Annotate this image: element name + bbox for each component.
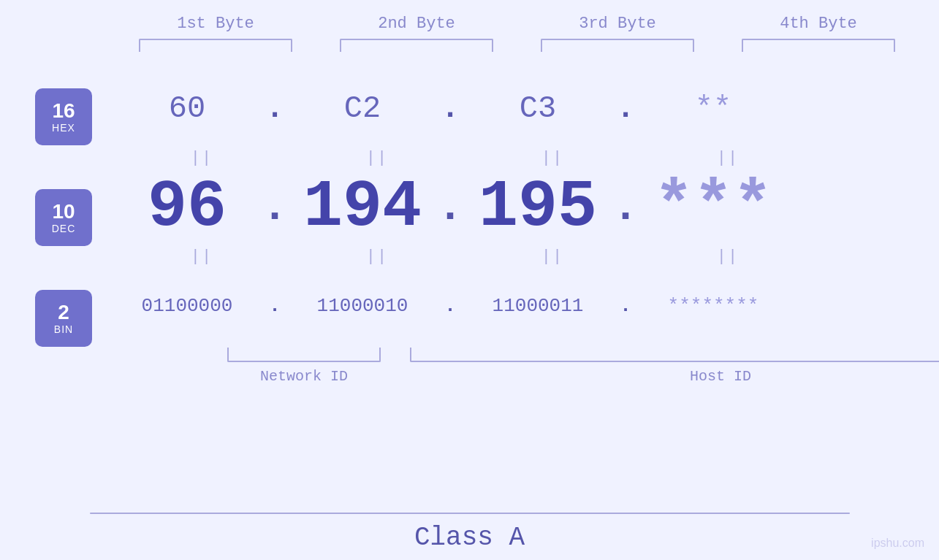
eq-sign-2-2: || [366, 248, 388, 266]
bin-val-4: ******** [640, 295, 786, 317]
bin-val-2: 11000010 [289, 295, 436, 317]
hex-cell-2: C2 . [289, 91, 465, 126]
eq1-1: || [114, 149, 289, 167]
hex-dot-3: . [611, 91, 640, 126]
dec-cell-2: 194 . [289, 170, 465, 245]
equals-row-2: || || || || [114, 242, 939, 271]
dec-val-2: 194 [289, 170, 436, 245]
bin-val-3: 11000011 [465, 295, 611, 317]
dec-dot-2: . [436, 183, 465, 232]
bracket-4 [742, 39, 895, 52]
bin-dot-2: . [436, 295, 465, 317]
badge-dec-number: 10 [52, 201, 75, 223]
bin-cell-1: 01100000 . [114, 295, 289, 317]
eq2-3: || [465, 248, 640, 266]
eq2-2: || [289, 248, 465, 266]
dec-val-4: *** [640, 170, 786, 245]
hex-val-1: 60 [114, 91, 260, 126]
class-row: Class A [0, 513, 939, 560]
badge-dec: 10 DEC [35, 189, 92, 246]
dec-dot-3: . [611, 183, 640, 232]
byte-label-2: 2nd Byte [336, 15, 497, 33]
dec-val-1: 96 [114, 170, 260, 245]
bin-val-1: 01100000 [114, 295, 260, 317]
bracket-2 [340, 39, 493, 52]
hex-cell-1: 60 . [114, 91, 289, 126]
content-area: 16 HEX 10 DEC 2 BIN 60 . C2 [0, 74, 939, 406]
byte-headers: 1st Byte 2nd Byte 3rd Byte 4th Byte [115, 15, 919, 33]
dec-cell-3: 195 . [465, 170, 640, 245]
dec-cell-4: *** [640, 170, 786, 245]
main-container: 1st Byte 2nd Byte 3rd Byte 4th Byte 16 H… [0, 0, 939, 560]
bin-dot-3: . [611, 295, 640, 317]
badge-bin: 2 BIN [35, 290, 92, 347]
network-id-label: Network ID [227, 368, 381, 385]
byte-label-3: 3rd Byte [537, 15, 698, 33]
eq1-4: || [640, 149, 816, 167]
eq-sign-2-4: || [717, 248, 739, 266]
bracket-1 [139, 39, 292, 52]
watermark: ipshu.com [871, 537, 924, 550]
bracket-network [227, 348, 381, 362]
eq-sign-1-3: || [541, 149, 563, 167]
class-label: Class A [414, 523, 525, 553]
class-bracket-line [90, 513, 850, 514]
dec-dot-1: . [260, 183, 289, 232]
hex-dot-2: . [436, 91, 465, 126]
hex-row: 60 . C2 . C3 . ** [114, 74, 939, 143]
eq-sign-1-1: || [191, 149, 213, 167]
dec-row: 96 . 194 . 195 . *** [114, 172, 939, 242]
eq2-1: || [114, 248, 289, 266]
bin-cell-4: ******** [640, 295, 786, 317]
hex-cell-4: ** [640, 91, 786, 126]
top-brackets [115, 39, 919, 52]
bin-cell-2: 11000010 . [289, 295, 465, 317]
badge-hex: 16 HEX [35, 88, 92, 145]
badge-bin-label: BIN [54, 323, 73, 335]
hex-cell-3: C3 . [465, 91, 640, 126]
eq-sign-2-3: || [541, 248, 563, 266]
hex-dot-1: . [260, 91, 289, 126]
hex-val-2: C2 [289, 91, 436, 126]
dec-cell-1: 96 . [114, 170, 289, 245]
eq-sign-2-1: || [191, 248, 213, 266]
bracket-3 [541, 39, 694, 52]
badge-dec-label: DEC [52, 223, 76, 234]
eq2-4: || [640, 248, 816, 266]
bottom-brackets: Network ID Host ID [227, 348, 939, 406]
eq-sign-1-2: || [366, 149, 388, 167]
eq1-2: || [289, 149, 465, 167]
host-id-label: Host ID [410, 368, 939, 385]
eq1-3: || [465, 149, 640, 167]
bin-row: 01100000 . 11000010 . 11000011 . *******… [114, 271, 939, 340]
bin-dot-1: . [260, 295, 289, 317]
badge-hex-label: HEX [52, 122, 75, 134]
hex-val-4: ** [640, 91, 786, 126]
badge-bin-number: 2 [58, 302, 69, 324]
byte-label-1: 1st Byte [135, 15, 296, 33]
equals-row-1: || || || || [114, 143, 939, 172]
badges-column: 16 HEX 10 DEC 2 BIN [35, 74, 92, 347]
bracket-host [410, 348, 939, 362]
bin-cell-3: 11000011 . [465, 295, 640, 317]
dec-val-3: 195 [465, 170, 611, 245]
hex-val-3: C3 [465, 91, 611, 126]
badge-hex-number: 16 [52, 100, 75, 123]
eq-sign-1-4: || [717, 149, 739, 167]
byte-label-4: 4th Byte [738, 15, 899, 33]
ip-grid: 60 . C2 . C3 . ** || [114, 74, 939, 406]
